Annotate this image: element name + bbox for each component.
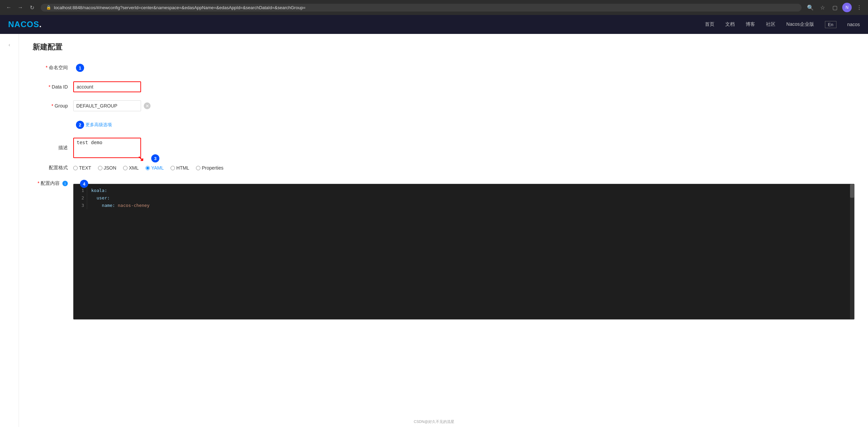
format-label: 配置格式 <box>33 165 73 171</box>
nav-enterprise[interactable]: Nacos企业版 <box>786 21 814 27</box>
code-line-3: name: nacos-cheney <box>91 202 850 209</box>
browser-nav-buttons: ← → ↻ <box>4 3 37 12</box>
data-id-row: Data ID <box>33 81 854 93</box>
format-radio-group: TEXT JSON XML YAML HTML <box>73 165 223 171</box>
forward-nav-button[interactable]: → <box>16 3 25 12</box>
code-line-2: user: <box>91 194 850 202</box>
logo-dot: . <box>39 20 42 29</box>
namespace-row: 命名空间 1 <box>33 62 854 74</box>
format-html[interactable]: HTML <box>171 165 189 171</box>
url-text: localhost:8848/nacos/#/newconfig?serverI… <box>54 5 305 10</box>
format-text[interactable]: TEXT <box>73 165 91 171</box>
lock-icon: 🔒 <box>46 5 51 10</box>
address-bar[interactable]: 🔒 localhost:8848/nacos/#/newconfig?serve… <box>41 4 802 12</box>
nav-blog[interactable]: 博客 <box>746 21 755 27</box>
format-properties[interactable]: Properties <box>196 165 223 171</box>
username-display: nacos <box>847 22 860 27</box>
config-content-wrapper: 4 1 2 3 koala: user: <box>73 178 854 319</box>
top-navigation: NACOS. 首页 文档 博客 社区 Nacos企业版 En nacos <box>0 15 868 34</box>
config-form: 命名空间 1 Data ID Group ✕ 2 <box>33 62 854 319</box>
user-avatar[interactable]: N <box>842 3 852 12</box>
format-json[interactable]: JSON <box>98 165 116 171</box>
back-nav-button[interactable]: ← <box>4 3 14 12</box>
sidebar: ‹ <box>0 34 19 427</box>
line-num-1: 1 <box>76 187 84 194</box>
code-line-1: koala: <box>91 187 850 194</box>
main-layout: ‹ 新建配置 命名空间 1 Data ID Group ✕ <box>0 34 868 427</box>
group-clear-button[interactable]: ✕ <box>144 102 151 109</box>
page-title: 新建配置 <box>33 42 854 52</box>
language-switch[interactable]: En <box>825 21 836 28</box>
line-numbers: 1 2 3 <box>74 187 87 209</box>
browser-action-buttons: 🔍 ☆ ▢ N ⋮ <box>806 3 864 12</box>
config-content-label: 配置内容 i <box>33 178 73 187</box>
code-lines: koala: user: name: nacos-cheney <box>87 187 854 209</box>
red-arrow-annotation: ↘ <box>138 154 144 163</box>
group-input-group: ✕ <box>73 100 151 111</box>
window-button[interactable]: ▢ <box>830 3 840 12</box>
format-options-container: ↘ 3 TEXT JSON XML YAML <box>73 165 223 171</box>
bookmark-button[interactable]: ☆ <box>818 3 827 12</box>
format-xml[interactable]: XML <box>123 165 139 171</box>
format-yaml-radio[interactable] <box>145 166 150 170</box>
format-text-radio[interactable] <box>73 166 78 170</box>
config-content-info-icon[interactable]: i <box>62 181 68 186</box>
format-html-radio[interactable] <box>171 166 175 170</box>
nav-community[interactable]: 社区 <box>766 21 775 27</box>
search-browser-button[interactable]: 🔍 <box>806 3 815 12</box>
nav-home[interactable]: 首页 <box>705 21 714 27</box>
format-row: 配置格式 ↘ 3 TEXT JSON XML <box>33 165 854 171</box>
description-label: 描述 <box>33 145 73 151</box>
reload-button[interactable]: ↻ <box>27 3 37 12</box>
step-badge-2: 2 <box>76 121 84 129</box>
more-options-group: 2 更多高级选项 <box>73 121 112 129</box>
code-editor[interactable]: 1 2 3 koala: user: name: nacos-cheney <box>73 184 854 319</box>
line-num-3: 3 <box>76 202 84 209</box>
code-editor-inner: 1 2 3 koala: user: name: nacos-cheney <box>74 187 854 209</box>
line-num-2: 2 <box>76 194 84 202</box>
data-id-label: Data ID <box>33 84 73 90</box>
format-xml-radio[interactable] <box>123 166 127 170</box>
content-area: 新建配置 命名空间 1 Data ID Group ✕ <box>19 34 868 427</box>
nacos-logo: NACOS. <box>8 20 42 29</box>
more-options-row: 2 更多高级选项 <box>33 119 854 131</box>
more-options-link[interactable]: 更多高级选项 <box>85 122 112 128</box>
format-yaml[interactable]: YAML <box>145 165 164 171</box>
editor-scrollbar[interactable] <box>850 184 854 319</box>
sidebar-collapse-button[interactable]: ‹ <box>6 39 13 50</box>
data-id-input[interactable] <box>73 81 141 92</box>
group-label: Group <box>33 103 73 109</box>
group-input[interactable] <box>73 100 141 111</box>
format-json-radio[interactable] <box>98 166 102 170</box>
step-badge-3: 3 <box>151 154 159 162</box>
nav-links: 首页 文档 博客 社区 Nacos企业版 En nacos <box>705 21 860 28</box>
scrollbar-thumb <box>850 184 854 198</box>
step-badge-4: 4 <box>80 180 88 188</box>
config-content-row: 配置内容 i 4 1 2 3 <box>33 178 854 319</box>
browser-chrome: ← → ↻ 🔒 localhost:8848/nacos/#/newconfig… <box>0 0 868 15</box>
step-badge-1: 1 <box>76 64 84 72</box>
nav-docs[interactable]: 文档 <box>725 21 735 27</box>
format-properties-radio[interactable] <box>196 166 200 170</box>
menu-button[interactable]: ⋮ <box>854 3 864 12</box>
namespace-label: 命名空间 <box>33 65 73 71</box>
description-input[interactable]: test demo <box>73 138 141 158</box>
group-row: Group ✕ <box>33 100 854 112</box>
